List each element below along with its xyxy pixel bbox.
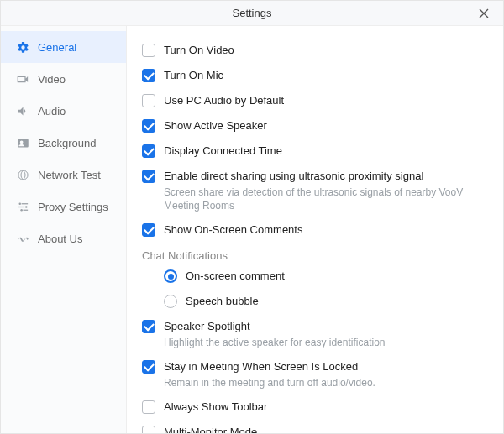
checkbox-always-show-toolbar[interactable] <box>142 400 155 414</box>
titlebar: Settings <box>1 1 503 26</box>
checkbox-turn-on-video[interactable] <box>142 44 155 57</box>
svg-rect-2 <box>21 203 28 204</box>
svg-rect-6 <box>23 209 28 210</box>
checkbox-enable-direct-sharing[interactable] <box>142 170 155 183</box>
setting-show-on-screen-comments: Show On-Screen Comments <box>142 217 483 243</box>
setting-label: Turn On Mic <box>164 68 483 83</box>
setting-always-show-toolbar: Always Show Toolbar <box>142 395 483 420</box>
svg-point-5 <box>20 209 23 212</box>
sliders-icon <box>16 200 29 213</box>
setting-label: Speaker Spotlight <box>164 319 483 334</box>
checkbox-speaker-spotlight[interactable] <box>142 320 155 333</box>
setting-label: Show On-Screen Comments <box>164 222 483 238</box>
window-body: General Video Audio Background <box>1 26 503 433</box>
setting-display-connected-time: Display Connected Time <box>142 139 483 164</box>
sidebar-item-label: Network Test <box>38 169 101 181</box>
setting-description: Remain in the meeting and turn off audio… <box>164 376 483 390</box>
globe-icon <box>16 168 29 181</box>
setting-label: Multi-Monitor Mode <box>164 425 483 433</box>
svg-point-3 <box>25 206 28 208</box>
setting-label: Display Connected Time <box>164 144 483 159</box>
sidebar-item-label: About Us <box>38 233 82 245</box>
radio-speech-bubble[interactable] <box>164 295 177 308</box>
gear-icon <box>16 40 29 54</box>
wave-icon <box>16 232 29 245</box>
setting-label: Use PC Audio by Default <box>164 93 483 108</box>
chat-notifications-heading: Chat Notifications <box>142 243 483 264</box>
setting-label: Show Active Speaker <box>164 118 483 133</box>
checkbox-use-pc-audio[interactable] <box>142 94 155 107</box>
radio-on-screen-comment[interactable] <box>164 269 177 283</box>
window-title: Settings <box>233 7 272 19</box>
checkbox-display-connected-time[interactable] <box>142 144 155 158</box>
option-label: Speech bubble <box>186 294 483 309</box>
settings-window: Settings General Video <box>0 0 504 434</box>
chat-option-on-screen-comment: On-screen comment <box>164 264 483 289</box>
setting-enable-direct-sharing: Enable direct sharing using ultrasonic p… <box>142 164 483 217</box>
setting-description: Highlight the active speaker for easy id… <box>164 336 483 349</box>
sidebar: General Video Audio Background <box>1 26 127 433</box>
option-label: On-screen comment <box>186 269 483 284</box>
video-camera-icon <box>16 72 29 86</box>
checkbox-show-active-speaker[interactable] <box>142 119 155 133</box>
speaker-icon <box>16 104 29 118</box>
setting-description: Screen share via detection of the ultras… <box>164 186 483 212</box>
setting-show-active-speaker: Show Active Speaker <box>142 113 483 139</box>
setting-label: Stay in Meeting When Screen Is Locked <box>164 359 483 374</box>
setting-label: Turn On Video <box>164 43 483 58</box>
sidebar-item-audio[interactable]: Audio <box>1 95 126 127</box>
svg-rect-4 <box>18 206 24 207</box>
checkbox-turn-on-mic[interactable] <box>142 69 155 82</box>
sidebar-item-network-test[interactable]: Network Test <box>1 159 126 191</box>
checkbox-stay-in-meeting-locked[interactable] <box>142 360 155 374</box>
chat-option-speech-bubble: Speech bubble <box>164 289 483 314</box>
sidebar-item-label: General <box>38 41 76 54</box>
setting-speaker-spotlight: Speaker Spotlight Highlight the active s… <box>142 314 483 354</box>
checkbox-show-on-screen-comments[interactable] <box>142 223 155 237</box>
sidebar-item-video[interactable]: Video <box>1 63 126 95</box>
svg-point-1 <box>18 202 21 205</box>
sidebar-item-label: Background <box>38 137 96 149</box>
user-card-icon <box>16 136 29 149</box>
sidebar-item-label: Audio <box>38 105 66 118</box>
setting-stay-in-meeting-locked: Stay in Meeting When Screen Is Locked Re… <box>142 354 483 395</box>
close-icon <box>479 8 489 18</box>
setting-turn-on-mic: Turn On Mic <box>142 63 483 88</box>
sidebar-item-label: Video <box>38 73 66 86</box>
sidebar-item-general[interactable]: General <box>1 31 126 63</box>
sidebar-item-about-us[interactable]: About Us <box>1 222 126 254</box>
close-button[interactable] <box>471 1 496 26</box>
sidebar-item-proxy-settings[interactable]: Proxy Settings <box>1 191 126 222</box>
settings-content[interactable]: Turn On Video Turn On Mic Use PC Audio b… <box>127 26 503 433</box>
setting-use-pc-audio: Use PC Audio by Default <box>142 88 483 113</box>
setting-multi-monitor-mode: Multi-Monitor Mode Once enabled, attende… <box>142 420 483 433</box>
setting-label: Always Show Toolbar <box>164 400 483 415</box>
setting-turn-on-video: Turn On Video <box>142 38 483 63</box>
sidebar-item-label: Proxy Settings <box>38 201 108 213</box>
checkbox-multi-monitor-mode[interactable] <box>142 426 155 433</box>
sidebar-item-background[interactable]: Background <box>1 127 126 159</box>
setting-label: Enable direct sharing using ultrasonic p… <box>164 169 483 184</box>
